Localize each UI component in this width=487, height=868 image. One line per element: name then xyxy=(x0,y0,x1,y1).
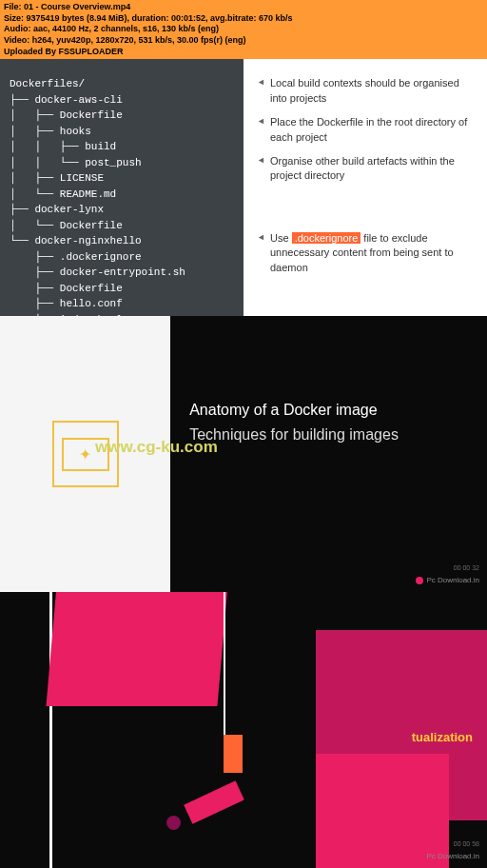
bullet-list: Local build contexts should be organised… xyxy=(244,59,487,316)
pink-shape xyxy=(316,754,449,868)
file-tree: Dockerfiles/ ├── docker-aws-cli │ ├── Do… xyxy=(0,59,244,316)
tree-line: │ │ ├── build xyxy=(10,139,234,155)
timestamp: 00 00 32 xyxy=(454,564,479,571)
tree-line: ├── docker-lynx xyxy=(10,202,234,218)
slide-content: Anatomy of a Docker image Techniques for… xyxy=(170,316,487,592)
watermark-text: www.cg-ku.com xyxy=(95,438,218,457)
partial-text: tualization xyxy=(412,730,473,744)
tree-line: ├── hello.conf xyxy=(10,296,234,312)
badge-dot-icon xyxy=(416,577,423,584)
slide-title-2: Techniques for building images xyxy=(189,426,468,444)
meta-uploader: Uploaded By FSSUPLOADER xyxy=(4,47,483,58)
bullet-text-pre: Use xyxy=(270,232,292,244)
bullet-item: Organise other build artefacts within th… xyxy=(257,154,474,184)
tree-line: │ └── Dockerfile xyxy=(10,218,234,234)
tree-line: ├── docker-aws-cli xyxy=(10,92,234,108)
tree-line: │ │ └── post_push xyxy=(10,155,234,171)
tree-line: │ ├── LICENSE xyxy=(10,170,234,187)
badge-text: Pc Download.in xyxy=(426,852,479,860)
meta-file: File: 01 - Course Overview.mp4 xyxy=(4,2,483,13)
pink-shape xyxy=(46,592,229,706)
tree-line: │ ├── hooks xyxy=(10,124,234,140)
meta-audio: Audio: aac, 44100 Hz, 2 channels, s16, 1… xyxy=(4,24,483,35)
slide-dockerfiles: Dockerfiles/ ├── docker-aws-cli │ ├── Do… xyxy=(0,59,487,316)
tree-line: ├── Dockerfile xyxy=(10,281,234,297)
timestamp: 00 00 58 xyxy=(454,840,479,847)
tree-line: └── docker-nginxhello xyxy=(10,233,234,249)
bullet-item: Place the Dockerfile in the root directo… xyxy=(257,115,474,145)
badge-text: Pc Download.in xyxy=(426,576,479,584)
pink-dot-shape xyxy=(166,816,181,830)
tree-line: ├── docker-entrypoint.sh xyxy=(10,265,234,281)
meta-size: Size: 9375419 bytes (8.94 MiB), duration… xyxy=(4,13,483,25)
tree-line: ├── .dockerignore xyxy=(10,249,234,266)
meta-video: Video: h264, yuv420p, 1280x720, 531 kb/s… xyxy=(4,35,483,47)
stripe-decoration xyxy=(224,592,225,735)
slide-anatomy: Anatomy of a Docker image Techniques for… xyxy=(0,316,487,592)
slide-title-1: Anatomy of a Docker image xyxy=(189,402,468,419)
badge-dot-icon xyxy=(416,853,423,860)
orange-shape xyxy=(224,735,243,773)
bullet-item: Use .dockerignore file to exclude unnece… xyxy=(257,231,474,275)
tree-root: Dockerfiles/ xyxy=(10,76,234,92)
source-badge: Pc Download.in xyxy=(416,852,479,860)
tree-line: │ └── README.md xyxy=(10,187,234,203)
source-badge: Pc Download.in xyxy=(416,576,479,584)
highlight-dockerignore: .dockerignore xyxy=(292,232,361,244)
slide-abstract: tualization 00 00 58 Pc Download.in xyxy=(0,592,487,868)
pink-handle-shape xyxy=(184,781,244,824)
tree-line: │ ├── Dockerfile xyxy=(10,108,234,124)
file-metadata: File: 01 - Course Overview.mp4 Size: 937… xyxy=(0,0,487,59)
bullet-item: Local build contexts should be organised… xyxy=(257,76,474,106)
